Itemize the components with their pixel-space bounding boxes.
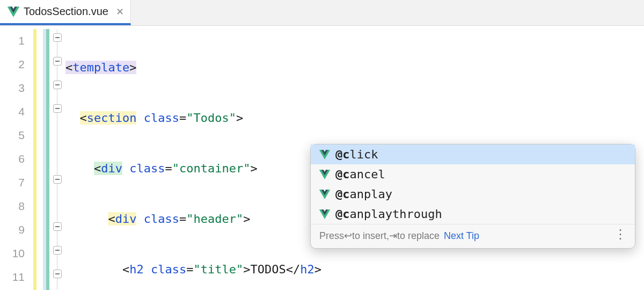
line-number: 8 (0, 194, 33, 218)
close-icon[interactable]: ✕ (116, 6, 124, 18)
fold-handle[interactable] (53, 175, 62, 184)
code-line: <h2 class="title">TODOS</h2> (65, 258, 644, 281)
fold-handle[interactable] (53, 81, 62, 89)
hint-text: to insert, (352, 230, 389, 242)
completion-item[interactable]: @canplaythrough (311, 204, 635, 224)
vue-icon (319, 189, 330, 200)
fold-handle[interactable] (53, 104, 62, 113)
line-number: 1 (0, 29, 33, 53)
line-number: 7 (0, 171, 33, 194)
line-number: 6 (0, 147, 33, 171)
hint-text: to replace (397, 230, 440, 242)
code-line: <section class="Todos"> (65, 106, 644, 130)
hint-text: Press (319, 230, 344, 242)
fold-handle[interactable] (53, 33, 62, 42)
tab-filename: TodosSection.vue (24, 5, 108, 18)
next-tip-link[interactable]: Next Tip (444, 230, 479, 242)
line-number: 10 (0, 242, 33, 265)
tab-bar: TodosSection.vue ✕ (0, 0, 644, 26)
line-number: 9 (0, 218, 33, 242)
line-number: 11 (0, 265, 33, 289)
completion-footer: Press ↩ to insert, ⇥ to replace Next Tip… (311, 224, 635, 248)
line-gutter: 1 2 3 4 5 6 7 8 9 10 11 (0, 26, 33, 290)
change-stripes (33, 26, 52, 290)
vue-icon (8, 6, 19, 18)
fold-handle[interactable] (53, 57, 62, 66)
fold-handle[interactable] (53, 270, 62, 278)
tab-key-icon: ⇥ (389, 230, 397, 242)
line-number: 5 (0, 124, 33, 147)
vue-icon (319, 149, 330, 160)
completion-item[interactable]: @cancel (311, 164, 635, 184)
fold-handle[interactable] (53, 246, 62, 255)
completion-item[interactable]: @canplay (311, 184, 635, 204)
file-tab[interactable]: TodosSection.vue ✕ (0, 0, 131, 25)
vue-icon (319, 209, 330, 220)
line-number: 4 (0, 100, 33, 124)
line-number: 3 (0, 76, 33, 100)
code-line: <template> (65, 56, 644, 79)
more-icon[interactable]: ⋮ (614, 234, 627, 237)
completion-popup: @click @cancel @canplay @canplaythrough … (310, 144, 635, 249)
fold-column (52, 26, 65, 290)
line-number: 2 (0, 53, 33, 76)
fold-handle[interactable] (53, 222, 62, 231)
completion-item[interactable]: @click (311, 144, 635, 164)
vue-icon (319, 169, 330, 180)
enter-key-icon: ↩ (344, 230, 352, 242)
